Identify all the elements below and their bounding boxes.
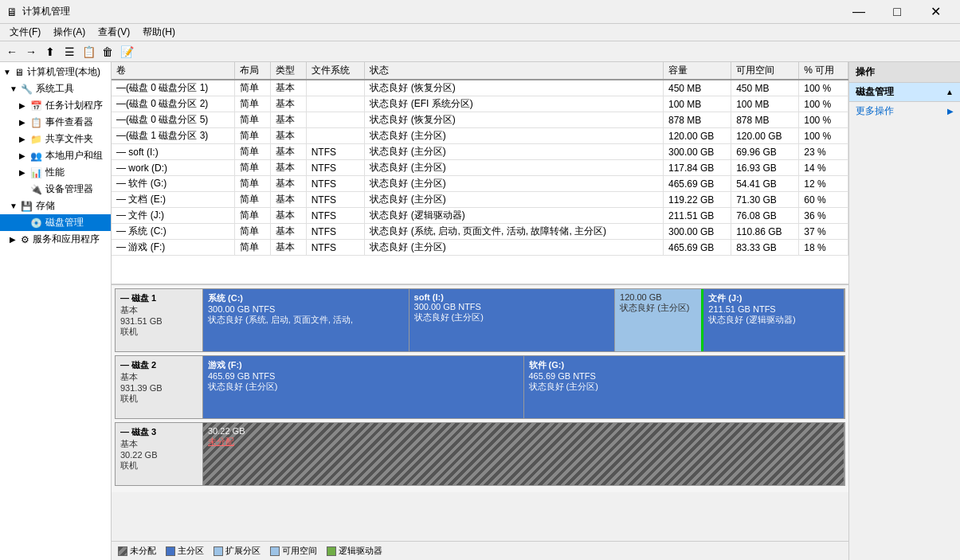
table-row[interactable]: — soft (I:)简单基本NTFS状态良好 (主分区)300.00 GB69… [112, 144, 848, 160]
expand-icon-root: ▼ [3, 68, 13, 76]
part-status-1-1: 状态良好 (主分区) [529, 381, 840, 393]
col-header-6[interactable]: 可用空间 [731, 62, 799, 80]
table-cell-10-3: NTFS [306, 240, 365, 256]
sidebar-item-storage[interactable]: ▼💾存储 [0, 198, 111, 214]
tree-icon-shared: 📁 [30, 134, 42, 145]
sidebar: ▼🖥计算机管理(本地)▼🔧系统工具▶📅任务计划程序▶📋事件查看器▶📁共享文件夹▶… [0, 62, 112, 560]
table-row[interactable]: — 系统 (C:)简单基本NTFS状态良好 (系统, 启动, 页面文件, 活动,… [112, 224, 848, 240]
show-hide-button[interactable]: ☰ [61, 43, 78, 61]
disk-partitions-1: 游戏 (F:)465.69 GB NTFS状态良好 (主分区)软件 (G:)46… [203, 356, 844, 418]
sidebar-item-users[interactable]: ▶👥本地用户和组 [0, 147, 111, 164]
disk-name-1: — 磁盘 2 [120, 359, 198, 371]
table-cell-8-1: 简单 [235, 208, 271, 224]
col-header-4[interactable]: 状态 [365, 62, 664, 80]
partition-2-0[interactable]: 30.22 GB 未分配 [203, 423, 844, 485]
sidebar-item-shared[interactable]: ▶📁共享文件夹 [0, 131, 111, 147]
table-cell-8-3: NTFS [306, 208, 365, 224]
ops-disk-mgmt[interactable]: 磁盘管理 ▲ [849, 83, 960, 102]
table-cell-3-6: 120.00 GB [731, 128, 799, 144]
maximize-button[interactable]: □ [879, 0, 915, 24]
sidebar-item-task[interactable]: ▶📅任务计划程序 [0, 97, 111, 114]
app-icon: 🖥 [6, 6, 18, 18]
table-row[interactable]: — 文件 (J:)简单基本NTFS状态良好 (逻辑驱动器)211.51 GB76… [112, 208, 848, 224]
partition-0-2[interactable]: 120.00 GB状态良好 (主分区) [615, 289, 703, 351]
partition-1-0[interactable]: 游戏 (F:)465.69 GB NTFS状态良好 (主分区) [203, 356, 524, 418]
menu-file[interactable]: 文件(F) [3, 24, 47, 41]
properties-button[interactable]: 📋 [80, 43, 97, 61]
table-cell-2-7: 100 % [799, 112, 848, 128]
table-cell-6-4: 状态良好 (主分区) [365, 176, 664, 192]
sidebar-item-tools[interactable]: ▼🔧系统工具 [0, 80, 111, 97]
table-cell-5-6: 16.93 GB [731, 160, 799, 176]
ops-expand-icon: ▲ [946, 88, 954, 96]
table-row[interactable]: — 软件 (G:)简单基本NTFS状态良好 (主分区)465.69 GB54.4… [112, 176, 848, 192]
col-header-2[interactable]: 类型 [270, 62, 306, 80]
ops-more-actions[interactable]: 更多操作 ▶ [849, 102, 960, 120]
tree-icon-event: 📋 [30, 117, 42, 128]
table-cell-7-2: 基本 [270, 192, 306, 208]
menu-help[interactable]: 帮助(H) [136, 24, 182, 41]
legend-label-0: 未分配 [130, 545, 156, 557]
delete-button[interactable]: 🗑 [99, 43, 116, 61]
disk-status-0: 联机 [120, 326, 198, 338]
disk-row-1: — 磁盘 2基本931.39 GB联机游戏 (F:)465.69 GB NTFS… [115, 355, 845, 419]
tree-icon-task: 📅 [30, 100, 42, 112]
partition-0-1[interactable]: soft (I:)300.00 GB NTFS状态良好 (主分区) [409, 289, 616, 351]
table-row[interactable]: —(磁盘 0 磁盘分区 1)简单基本状态良好 (恢复分区)450 MB450 M… [112, 80, 848, 96]
sidebar-item-perf[interactable]: ▶📊性能 [0, 164, 111, 181]
table-row[interactable]: — 文档 (E:)简单基本NTFS状态良好 (主分区)119.22 GB71.3… [112, 192, 848, 208]
table-row[interactable]: —(磁盘 0 磁盘分区 2)简单基本状态良好 (EFI 系统分区)100 MB1… [112, 96, 848, 112]
menu-view[interactable]: 查看(V) [92, 24, 136, 41]
legend-item-2: 扩展分区 [214, 545, 261, 557]
tree-icon-tools: 🔧 [21, 84, 33, 95]
menu-action[interactable]: 操作(A) [47, 24, 92, 41]
table-cell-6-3: NTFS [306, 176, 365, 192]
part-size-2-0: 30.22 GB [208, 426, 839, 436]
legend-color-4 [327, 546, 336, 556]
col-header-0[interactable]: 卷 [112, 62, 235, 80]
table-cell-4-6: 69.96 GB [731, 144, 799, 160]
table-row[interactable]: — work (D:)简单基本NTFS状态良好 (主分区)117.84 GB16… [112, 160, 848, 176]
back-button[interactable]: ← [3, 43, 21, 61]
col-header-7[interactable]: % 可用 [799, 62, 848, 80]
sidebar-item-services[interactable]: ▶⚙服务和应用程序 [0, 231, 111, 248]
new-button[interactable]: 📝 [118, 43, 135, 61]
col-header-3[interactable]: 文件系统 [306, 62, 365, 80]
table-cell-8-5: 211.51 GB [664, 208, 731, 224]
sidebar-item-root[interactable]: ▼🖥计算机管理(本地) [0, 64, 111, 80]
disk-size-2: 30.22 GB [120, 450, 198, 460]
disk-size-0: 931.51 GB [120, 316, 198, 326]
partition-0-0[interactable]: 系统 (C:)300.00 GB NTFS状态良好 (系统, 启动, 页面文件,… [203, 289, 409, 351]
col-header-5[interactable]: 容量 [664, 62, 731, 80]
table-cell-0-4: 状态良好 (恢复分区) [365, 80, 664, 96]
table-row[interactable]: —(磁盘 1 磁盘分区 3)简单基本状态良好 (主分区)120.00 GB120… [112, 128, 848, 144]
table-row[interactable]: —(磁盘 0 磁盘分区 5)简单基本状态良好 (恢复分区)878 MB878 M… [112, 112, 848, 128]
col-header-1[interactable]: 布局 [235, 62, 271, 80]
table-cell-7-3: NTFS [306, 192, 365, 208]
up-button[interactable]: ⬆ [41, 43, 59, 61]
table-cell-1-5: 100 MB [664, 96, 731, 112]
close-button[interactable]: ✕ [917, 0, 954, 24]
minimize-button[interactable]: — [840, 0, 877, 24]
table-cell-1-4: 状态良好 (EFI 系统分区) [365, 96, 664, 112]
title-bar-left: 🖥 计算机管理 [6, 5, 70, 18]
sidebar-item-diskmgmt[interactable]: 💿磁盘管理 [0, 214, 111, 231]
table-cell-3-1: 简单 [235, 128, 271, 144]
sidebar-item-event[interactable]: ▶📋事件查看器 [0, 114, 111, 131]
forward-button[interactable]: → [22, 43, 40, 61]
table-cell-9-3: NTFS [306, 224, 365, 240]
table-cell-9-0: — 系统 (C:) [112, 224, 235, 240]
sidebar-item-devmgr[interactable]: 🔌设备管理器 [0, 181, 111, 198]
table-cell-2-2: 基本 [270, 112, 306, 128]
table-row[interactable]: — 游戏 (F:)简单基本NTFS状态良好 (主分区)465.69 GB83.3… [112, 240, 848, 256]
tree-label-task: 任务计划程序 [45, 99, 103, 112]
table-cell-4-5: 300.00 GB [664, 144, 731, 160]
partition-1-1[interactable]: 软件 (G:)465.69 GB NTFS状态良好 (主分区) [524, 356, 845, 418]
table-cell-2-6: 878 MB [731, 112, 799, 128]
partition-0-3[interactable]: 文件 (J:)211.51 GB NTFS状态良好 (逻辑驱动器) [703, 289, 844, 351]
legend-color-1 [166, 546, 175, 556]
disk-visual-scroll[interactable]: — 磁盘 1基本931.51 GB联机系统 (C:)300.00 GB NTFS… [112, 285, 848, 541]
main-container: ▼🖥计算机管理(本地)▼🔧系统工具▶📅任务计划程序▶📋事件查看器▶📁共享文件夹▶… [0, 62, 960, 560]
legend-label-3: 可用空间 [282, 545, 317, 557]
tree-label-storage: 存储 [36, 199, 55, 213]
